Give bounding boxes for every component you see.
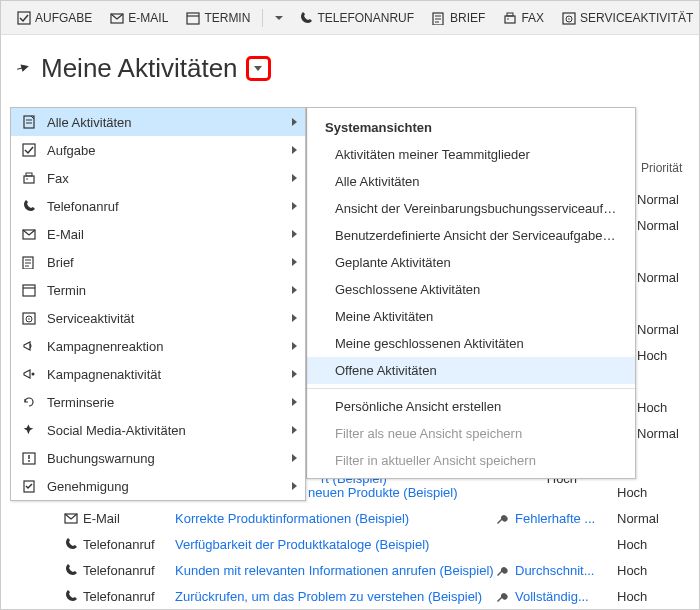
chevron-right-icon <box>292 426 297 434</box>
phone-icon <box>59 563 83 577</box>
toolbar-email[interactable]: E-MAIL <box>102 7 176 29</box>
type-menu-item-campaign-response[interactable]: Kampagnenreaktion <box>11 332 305 360</box>
type-menu-item-appointment[interactable]: Termin <box>11 276 305 304</box>
chevron-right-icon <box>292 146 297 154</box>
toolbar-phone[interactable]: TELEFONANRUF <box>291 7 422 29</box>
type-menu-item-fax[interactable]: Fax <box>11 164 305 192</box>
toolbar-service-label: SERVICEAKTIVITÄT <box>580 11 693 25</box>
type-menu-label: Brief <box>39 255 292 270</box>
chevron-right-icon <box>292 118 297 126</box>
type-menu-item-service[interactable]: Serviceaktivität <box>11 304 305 332</box>
type-menu-item-approval[interactable]: Genehmigung <box>11 472 305 500</box>
view-action-create-personal[interactable]: Persönliche Ansicht erstellen <box>307 393 635 420</box>
view-item[interactable]: Geschlossene Aktivitäten <box>307 276 635 303</box>
view-item[interactable]: Aktivitäten meiner Teammitglieder <box>307 141 635 168</box>
chevron-right-icon <box>292 174 297 182</box>
envelope-icon <box>19 227 39 241</box>
pin-icon <box>19 423 39 437</box>
wrench-icon <box>497 511 511 525</box>
wrench-icon <box>497 563 511 577</box>
row-type: Telefonanruf <box>83 563 175 578</box>
view-item[interactable]: Ansicht der Vereinbarungsbuchungsservice… <box>307 195 635 222</box>
chevron-right-icon <box>292 286 297 294</box>
column-header-priority[interactable]: Priorität <box>641 161 682 175</box>
type-menu-item-all[interactable]: Alle Aktivitäten <box>11 108 305 136</box>
calendar-icon <box>19 283 39 297</box>
bg-priority-cell: Hoch <box>637 342 699 368</box>
row-priority: Hoch <box>617 485 677 500</box>
bg-priority-cell: Normal <box>637 186 699 212</box>
view-item[interactable]: Meine Aktivitäten <box>307 303 635 330</box>
service-icon <box>19 311 39 325</box>
toolbar-appointment[interactable]: TERMIN <box>178 7 258 29</box>
views-flyout: Systemansichten Aktivitäten meiner Teamm… <box>306 107 636 479</box>
phone-icon <box>299 11 313 25</box>
type-menu-item-recurring[interactable]: Terminserie <box>11 388 305 416</box>
row-priority: Hoch <box>617 563 677 578</box>
approval-icon <box>19 479 39 493</box>
row-regarding-link[interactable]: Fehlerhafte ... <box>497 511 617 526</box>
chevron-right-icon <box>292 398 297 406</box>
alert-icon <box>19 451 39 465</box>
wrench-icon <box>497 589 511 603</box>
type-menu-item-phone[interactable]: Telefonanruf <box>11 192 305 220</box>
toolbar-appointment-dropdown[interactable] <box>267 12 289 24</box>
view-item[interactable]: Meine geschlossenen Aktivitäten <box>307 330 635 357</box>
row-priority: Hoch <box>617 537 677 552</box>
row-regarding-link[interactable]: Durchschnit... <box>497 563 617 578</box>
activity-row[interactable]: Telefonanruf Zurückrufen, um das Problem… <box>1 583 699 609</box>
type-menu-item-social[interactable]: Social Media-Aktivitäten <box>11 416 305 444</box>
view-item[interactable]: Benutzerdefinierte Ansicht der Serviceau… <box>307 222 635 249</box>
type-menu-label: Termin <box>39 283 292 298</box>
background-rows: Normal Normal Normal Normal Hoch Hoch No… <box>637 186 699 446</box>
type-menu-label: Social Media-Aktivitäten <box>39 423 292 438</box>
row-type: E-Mail <box>83 511 175 526</box>
activity-row[interactable]: Telefonanruf Verfügbarkeit der Produktka… <box>1 531 699 557</box>
view-item[interactable]: Geplante Aktivitäten <box>307 249 635 276</box>
type-menu-label: Terminserie <box>39 395 292 410</box>
type-menu-item-task[interactable]: Aufgabe <box>11 136 305 164</box>
activity-row[interactable]: E-Mail Korrekte Produktinformationen (Be… <box>1 505 699 531</box>
fax-icon <box>19 171 39 185</box>
toolbar-service[interactable]: SERVICEAKTIVITÄT <box>554 7 700 29</box>
type-menu-item-email[interactable]: E-Mail <box>11 220 305 248</box>
type-menu-item-campaign-activity[interactable]: Kampagnenaktivität <box>11 360 305 388</box>
view-item-highlighted[interactable]: Offene Aktivitäten <box>307 357 635 384</box>
view-action-save-current: Filter in aktueller Ansicht speichern <box>307 447 635 474</box>
row-regarding-link[interactable]: Vollständig... <box>497 589 617 604</box>
envelope-icon <box>110 11 124 25</box>
phone-icon <box>19 199 39 213</box>
view-item[interactable]: Alle Aktivitäten <box>307 168 635 195</box>
type-menu-item-booking-alert[interactable]: Buchungswarnung <box>11 444 305 472</box>
row-type: Telefonanruf <box>83 537 175 552</box>
toolbar-letter-label: BRIEF <box>450 11 485 25</box>
megaphone-icon <box>19 339 39 353</box>
type-menu-label: Kampagnenreaktion <box>39 339 292 354</box>
bg-priority-cell: Normal <box>637 212 699 238</box>
chevron-right-icon <box>292 258 297 266</box>
megaphone-icon <box>19 367 39 381</box>
type-menu-label: Buchungswarnung <box>39 451 292 466</box>
type-menu-label: Genehmigung <box>39 479 292 494</box>
view-selector-dropdown[interactable] <box>246 56 271 81</box>
type-menu-label: Fax <box>39 171 292 186</box>
bg-priority-cell <box>637 238 699 264</box>
toolbar-fax[interactable]: FAX <box>495 7 552 29</box>
row-subject-link[interactable]: Verfügbarkeit der Produktkataloge (Beisp… <box>175 537 497 552</box>
bg-priority-cell: Normal <box>637 316 699 342</box>
toolbar-task[interactable]: AUFGABE <box>9 7 100 29</box>
row-subject-link[interactable]: Zurückrufen, um das Problem zu verstehen… <box>175 589 497 604</box>
activity-row[interactable]: Telefonanruf Kunden mit relevanten Infor… <box>1 557 699 583</box>
menu-separator <box>307 388 635 389</box>
type-menu-label: Serviceaktivität <box>39 311 292 326</box>
type-menu-label: Aufgabe <box>39 143 292 158</box>
type-menu-label: Telefonanruf <box>39 199 292 214</box>
pin-icon[interactable] <box>15 61 31 77</box>
toolbar: AUFGABE E-MAIL TERMIN TELEFONANRUF BRIEF… <box>1 1 699 35</box>
row-subject-link[interactable]: Kunden mit relevanten Informationen anru… <box>175 563 497 578</box>
envelope-icon <box>59 511 83 525</box>
toolbar-separator <box>262 9 263 27</box>
type-menu-item-letter[interactable]: Brief <box>11 248 305 276</box>
toolbar-letter[interactable]: BRIEF <box>424 7 493 29</box>
row-subject-link[interactable]: Korrekte Produktinformationen (Beispiel) <box>175 511 497 526</box>
